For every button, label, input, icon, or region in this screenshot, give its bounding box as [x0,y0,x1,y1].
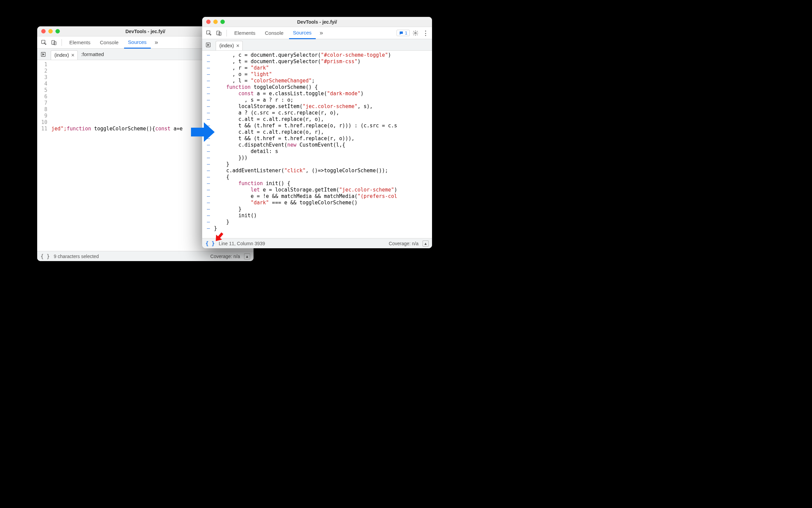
svg-marker-11 [191,122,215,142]
toolbar-separator [62,39,62,46]
close-icon[interactable] [41,29,46,33]
close-tab-icon[interactable]: ✕ [71,53,75,58]
source-editor[interactable]: – – – – – – – – – – – – – – – – – – – – … [202,51,432,238]
selection-status: 9 characters selected [54,254,99,259]
code-area[interactable]: , c = document.querySelector("#color-sch… [213,51,432,238]
file-tab-label: (index) [219,43,234,48]
kebab-menu-icon[interactable]: ⋮ [421,29,430,37]
coverage-status: Coverage: n/a [389,241,419,246]
svg-marker-10 [208,44,209,46]
svg-marker-4 [43,53,44,55]
devtools-window-after: DevTools - jec.fyi/ Elements Console Sou… [202,17,432,248]
tab-sources[interactable]: Sources [289,27,316,39]
window-title: DevTools - jec.fyi/ [202,19,432,25]
zoom-icon[interactable] [220,20,225,24]
close-icon[interactable] [206,20,211,24]
more-tabs-icon[interactable]: » [317,29,326,37]
device-icon[interactable] [49,38,58,47]
toolbar-separator [226,30,227,36]
minimize-icon[interactable] [48,29,53,33]
file-tab-index[interactable]: (index) ✕ [216,41,243,50]
tab-elements[interactable]: Elements [230,27,260,39]
expand-drawer-icon[interactable]: ▲ [423,240,429,247]
close-tab-icon[interactable]: ✕ [236,43,240,48]
tab-sources[interactable]: Sources [124,37,151,49]
svg-rect-1 [52,41,55,44]
device-icon[interactable] [214,29,223,37]
red-arrow-annotation [213,231,225,244]
cursor-position: Line 11, Column 3939 [219,241,265,246]
zoom-icon[interactable] [55,29,60,33]
gear-icon[interactable] [411,29,420,37]
traffic-lights [37,29,60,33]
blue-arrow-annotation [191,122,215,143]
inspect-icon[interactable] [204,29,213,37]
tab-elements[interactable]: Elements [65,36,95,48]
editor-footer: { } Line 11, Column 3939 Coverage: n/a ▲ [202,238,432,248]
file-tab-label: (index) [54,52,69,58]
tab-console[interactable]: Console [261,27,288,39]
navigator-toggle-icon[interactable] [39,50,47,58]
expand-drawer-icon[interactable]: ▲ [244,253,250,259]
navigator-toggle-icon[interactable] [204,41,212,49]
issues-badge[interactable]: 1 [397,30,410,36]
issues-count: 1 [405,30,407,35]
inspect-icon[interactable] [39,38,48,47]
file-tab-index[interactable]: (index) ✕ [51,50,78,60]
svg-marker-12 [213,231,225,244]
titlebar[interactable]: DevTools - jec.fyi/ [202,17,432,27]
formatted-indicator[interactable]: :formatted [81,51,104,57]
coverage-status: Coverage: n/a [210,254,240,259]
svg-point-8 [415,32,416,34]
pretty-print-icon[interactable]: { } [41,253,50,259]
svg-rect-6 [217,31,220,35]
line-number-gutter: 1 2 3 4 5 6 7 8 9 10 11 [37,60,50,251]
line-number-gutter: – – – – – – – – – – – – – – – – – – – – … [202,51,213,238]
editor-footer: { } 9 characters selected Coverage: n/a … [37,251,254,261]
traffic-lights [202,20,225,24]
main-toolbar: Elements Console Sources » 1 ⋮ [202,27,432,39]
more-tabs-icon[interactable]: » [152,38,161,47]
tab-console[interactable]: Console [96,36,123,48]
minimize-icon[interactable] [213,20,218,24]
sources-subbar: (index) ✕ [202,39,432,51]
